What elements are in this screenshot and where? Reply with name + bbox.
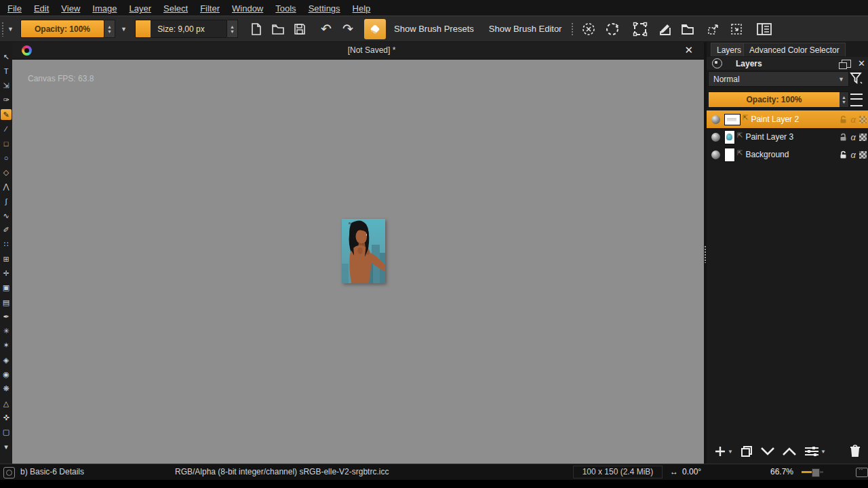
show-dockers-icon[interactable] [755, 20, 773, 38]
tool-freehand-brush[interactable]: ✎ [1, 109, 12, 120]
show-brush-editor-button[interactable]: Show Brush Editor [484, 20, 568, 39]
tool-rectangle[interactable]: □ [1, 138, 12, 149]
selection-mode-icon[interactable] [3, 467, 15, 479]
layers-menu-icon[interactable] [850, 94, 863, 106]
menu-file[interactable]: File [1, 3, 28, 16]
blend-mode-select[interactable]: Normal ▼ [708, 71, 849, 87]
move-layer-up-button[interactable] [782, 447, 797, 456]
visibility-icon[interactable] [711, 115, 720, 124]
canvas-artwork[interactable]: ʙ [342, 219, 385, 283]
canvas-area[interactable]: Canvas FPS: 63.8 ʙ [12, 60, 704, 464]
copy-to-new-layer-icon[interactable] [705, 20, 723, 38]
move-layer-down-button[interactable] [760, 447, 775, 456]
alpha-checker-icon[interactable] [859, 151, 867, 159]
document-tab-title[interactable]: [Not Saved] * [304, 45, 439, 55]
brush-option-dropdown-icon[interactable]: ▼ [5, 21, 16, 37]
menu-window[interactable]: Window [226, 3, 269, 16]
open-document-icon[interactable] [269, 20, 287, 38]
tool-similar-selection[interactable]: ✶ [1, 340, 12, 351]
alpha-lock-icon[interactable]: α [851, 115, 856, 125]
tool-ellipse[interactable]: ○ [1, 152, 12, 163]
layer-properties-button[interactable]: ▼ [804, 445, 826, 458]
zoom-slider[interactable] [802, 471, 823, 473]
layer-row-paint-layer-2[interactable]: ⇱ Paint Layer 2 α [707, 110, 868, 128]
alpha-checker-icon[interactable] [859, 116, 867, 123]
alpha-lock-icon[interactable]: α [851, 150, 856, 160]
zoom-level-label[interactable]: 66.7% [760, 467, 793, 476]
size-spinner[interactable]: ▲▼ [227, 20, 238, 38]
tool-freehand-path[interactable]: ∿ [1, 210, 12, 221]
tool-transform[interactable]: ⊞ [1, 253, 12, 264]
tool-gradient[interactable]: ▤ [1, 297, 12, 308]
zoom-slider-handle[interactable] [812, 468, 820, 477]
tool-enclose-fill[interactable]: ◉ [1, 369, 12, 380]
save-icon[interactable] [291, 20, 309, 38]
tool-pattern-edit[interactable]: ❋ [1, 384, 12, 394]
menu-help[interactable]: Help [347, 3, 377, 16]
tool-line[interactable]: ∕ [1, 123, 12, 134]
duplicate-layer-button[interactable] [740, 445, 753, 458]
edit-selection-icon[interactable] [656, 20, 674, 38]
deselect-icon[interactable] [580, 20, 597, 38]
docker-close-icon[interactable]: ✕ [858, 58, 865, 68]
alpha-lock-icon[interactable]: α [851, 132, 856, 142]
visibility-icon[interactable] [711, 150, 720, 159]
document-close-icon[interactable]: ✕ [684, 44, 693, 56]
tool-assistants[interactable]: △ [1, 398, 12, 409]
reselect-icon[interactable] [604, 20, 621, 38]
tool-calligraphy[interactable]: ✑ [1, 95, 12, 106]
menu-layer[interactable]: Layer [123, 3, 157, 16]
layer-lock-icon[interactable] [839, 115, 848, 124]
add-layer-button[interactable]: ▼ [713, 445, 733, 458]
layer-opacity-slider[interactable]: Opacity: 100% ▲▼ [708, 92, 849, 108]
layer-opacity-spinner[interactable]: ▲▼ [840, 92, 848, 107]
redo-icon[interactable]: ↷ [339, 20, 357, 38]
new-document-icon[interactable] [248, 20, 265, 38]
menu-image[interactable]: Image [86, 3, 123, 16]
show-brush-presets-button[interactable]: Show Brush Presets [389, 20, 479, 39]
tool-edit-shapes[interactable]: ⇲ [1, 81, 12, 92]
trim-to-selection-icon[interactable] [728, 20, 745, 38]
menu-tools[interactable]: Tools [269, 3, 302, 16]
menu-select[interactable]: Select [157, 3, 194, 16]
tab-layers[interactable]: Layers [711, 43, 747, 56]
toolbox-overflow-dropdown-icon[interactable]: ▾ [1, 441, 12, 452]
eraser-mode-button[interactable] [364, 19, 386, 39]
delete-layer-button[interactable] [849, 445, 861, 458]
docker-lock-icon[interactable] [712, 58, 722, 68]
canvas-only-mode-icon[interactable] [856, 468, 868, 477]
frame-selection-icon[interactable] [631, 20, 649, 38]
layer-filter-icon[interactable] [849, 71, 864, 86]
layer-unlock-icon[interactable] [839, 133, 848, 142]
tool-select-shapes[interactable]: ↖ [1, 52, 12, 62]
menu-filter[interactable]: Filter [194, 3, 226, 16]
tool-polygon[interactable]: ◇ [1, 167, 12, 178]
canvas-rotation[interactable]: ↔ 0.00° [670, 467, 701, 476]
tool-fill[interactable]: ◈ [1, 354, 12, 365]
alpha-checker-icon[interactable] [859, 134, 867, 141]
layer-row-background[interactable]: ⇱ Background α [707, 146, 868, 163]
tool-color-sampler[interactable]: ✒ [1, 311, 12, 322]
layer-properties-dropdown-icon[interactable]: ▼ [821, 449, 826, 455]
tool-polyline[interactable]: ⋀ [1, 182, 12, 192]
brush-preset-label[interactable]: b) Basic-6 Details [20, 467, 84, 476]
layer-lock-icon[interactable] [839, 150, 848, 159]
visibility-icon[interactable] [711, 133, 720, 142]
tool-move[interactable]: ✛ [1, 268, 12, 279]
opacity-spinner[interactable]: ▲▼ [104, 20, 115, 38]
menu-settings[interactable]: Settings [302, 3, 347, 16]
tab-advanced-color-selector[interactable]: Advanced Color Selector [743, 43, 846, 56]
tool-smart-patch[interactable]: ✳ [1, 326, 12, 337]
tool-bezier-curve[interactable]: ∫ [1, 196, 12, 207]
folder-icon[interactable] [679, 20, 696, 38]
menu-view[interactable]: View [55, 3, 86, 16]
undo-icon[interactable]: ↶ [317, 20, 335, 38]
menu-edit[interactable]: Edit [28, 3, 55, 16]
add-layer-dropdown-icon[interactable]: ▼ [728, 449, 733, 455]
tool-text[interactable]: T [1, 66, 12, 77]
tool-reference-images[interactable]: ✜ [1, 412, 12, 423]
tool-multibrush[interactable]: ∷ [1, 239, 12, 250]
size-slider[interactable]: Size: 9,00 px [135, 20, 227, 38]
tool-rectangular-selection[interactable]: ▢ [1, 427, 12, 438]
tool-crop[interactable]: ▣ [1, 283, 12, 293]
